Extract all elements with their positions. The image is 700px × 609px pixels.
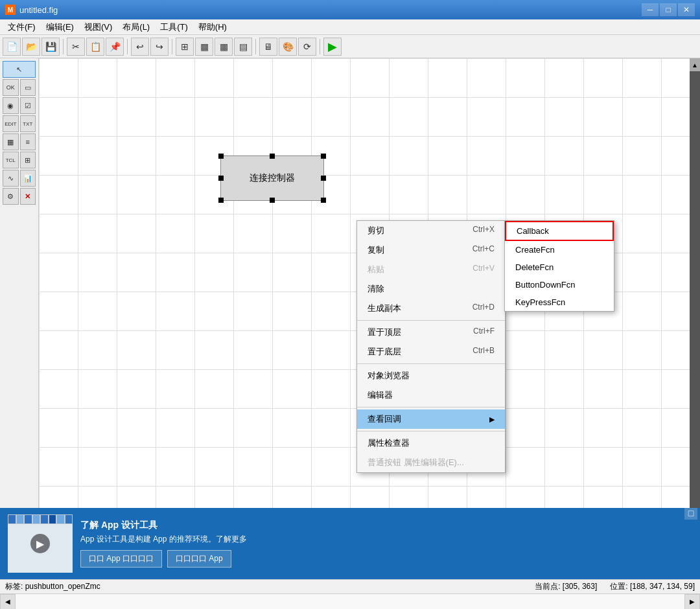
chart-tool[interactable]: 📊 bbox=[20, 170, 36, 187]
radio-tool[interactable]: ◉ bbox=[3, 97, 19, 114]
select-tool[interactable]: ↖ bbox=[3, 61, 36, 78]
ctx-editor-label: 编辑器 bbox=[368, 389, 393, 401]
submenu-callback-label: Callback bbox=[517, 226, 549, 236]
handle-bc[interactable] bbox=[270, 198, 275, 203]
scroll-up-arrow[interactable]: ▲ bbox=[690, 58, 700, 71]
open-button[interactable]: 📂 bbox=[22, 38, 40, 56]
refresh-button[interactable]: ⟳ bbox=[298, 38, 316, 56]
play-button[interactable]: ▶ bbox=[30, 534, 50, 553]
ctx-front-shortcut: Ctrl+F bbox=[473, 327, 495, 338]
handle-bl[interactable] bbox=[218, 198, 224, 203]
handle-mr[interactable] bbox=[321, 176, 326, 181]
ctx-property-editor: 普通按钮 属性编辑器(E)... bbox=[357, 453, 505, 472]
table-tool[interactable]: ▦ bbox=[3, 133, 19, 150]
ctx-cut[interactable]: 剪切 Ctrl+X bbox=[357, 221, 505, 240]
handle-ml[interactable] bbox=[218, 176, 224, 181]
ctx-copy[interactable]: 复制 Ctrl+C bbox=[357, 240, 505, 260]
edit-tool[interactable]: EDIT bbox=[3, 115, 19, 132]
align-button[interactable]: ⊞ bbox=[176, 38, 194, 56]
submenu-deletefcn[interactable]: DeleteFcn bbox=[505, 259, 614, 276]
screen-button[interactable]: 🖥 bbox=[259, 38, 277, 56]
button-tool[interactable]: OK bbox=[3, 79, 19, 96]
ctx-clear[interactable]: 清除 bbox=[357, 279, 505, 299]
canvas-area[interactable]: 连接控制器 剪切 Ctrl+X 复制 Ctrl+C 粘贴 Ctrl+V 清除 生… bbox=[39, 58, 690, 579]
submenu-createfcn[interactable]: CreateFcn bbox=[505, 241, 614, 259]
app-icon: M bbox=[5, 5, 16, 15]
ctx-back[interactable]: 置于底层 Ctrl+B bbox=[357, 342, 505, 362]
cut-button[interactable]: ✂ bbox=[67, 38, 85, 56]
ctx-copy-shortcut: Ctrl+C bbox=[472, 244, 495, 256]
submenu-buttondownfcn-label: ButtonDownFcn bbox=[515, 280, 576, 290]
info-buttons: 口口 App 口口口口 口口口口 App bbox=[80, 550, 247, 568]
scroll-left-arrow[interactable]: ◀ bbox=[0, 594, 16, 610]
menu-edit[interactable]: 编辑(E) bbox=[41, 20, 79, 34]
menu-file[interactable]: 文件(F) bbox=[3, 20, 41, 34]
submenu-keypressfcn[interactable]: KeyPressFcn bbox=[505, 293, 614, 311]
rect-tool[interactable]: ▭ bbox=[20, 79, 36, 96]
bottom-scroll-track[interactable] bbox=[16, 594, 684, 609]
tool-row-5: ▦ ≡ bbox=[3, 133, 36, 150]
ctx-sep-4 bbox=[357, 431, 505, 431]
ctx-property-editor-label: 普通按钮 属性编辑器(E)... bbox=[368, 457, 464, 468]
delete-tool[interactable]: ✕ bbox=[20, 188, 36, 205]
ctx-property-inspector-label: 属性检查器 bbox=[368, 437, 410, 449]
ctx-duplicate[interactable]: 生成副本 Ctrl+D bbox=[357, 299, 505, 318]
ctx-property-inspector[interactable]: 属性检查器 bbox=[357, 433, 505, 453]
bottom-scrollbar[interactable]: ◀ ▶ bbox=[0, 593, 700, 609]
status-tag: 标签: pushbutton_openZmc bbox=[5, 581, 100, 592]
text-tool[interactable]: TXT bbox=[20, 115, 36, 132]
ctx-sep-1 bbox=[357, 320, 505, 321]
tool-row-7: ∿ 📊 bbox=[3, 170, 36, 187]
handle-tl[interactable] bbox=[218, 154, 224, 159]
menu-help[interactable]: 帮助(H) bbox=[193, 20, 232, 34]
undo-button[interactable]: ↩ bbox=[131, 38, 149, 56]
submenu: Callback CreateFcn DeleteFcn ButtonDownF… bbox=[504, 220, 614, 312]
check-tool[interactable]: ☑ bbox=[20, 97, 36, 114]
info-text: 了解 App 设计工具 App 设计工具是构建 App 的推荐环境。了解更多 口… bbox=[80, 520, 247, 568]
ctx-cut-label: 剪切 bbox=[368, 225, 384, 236]
handle-br[interactable] bbox=[321, 198, 326, 203]
handle-tc[interactable] bbox=[270, 154, 275, 159]
redo-button[interactable]: ↪ bbox=[150, 38, 169, 56]
menu-layout[interactable]: 布局(L) bbox=[117, 20, 155, 34]
handle-tr[interactable] bbox=[321, 154, 326, 159]
grid2-button[interactable]: ▦ bbox=[215, 38, 233, 56]
ctx-editor[interactable]: 编辑器 bbox=[357, 385, 505, 405]
scroll-track-right[interactable] bbox=[690, 71, 700, 566]
submenu-callback[interactable]: Callback bbox=[505, 221, 614, 241]
frame-tool[interactable]: ⊞ bbox=[20, 152, 36, 168]
paste-button[interactable]: 📌 bbox=[106, 38, 124, 56]
info-close-button[interactable]: □ bbox=[684, 508, 697, 520]
menu-tools[interactable]: 工具(T) bbox=[155, 20, 193, 34]
ctx-object-browser-label: 对象浏览器 bbox=[368, 370, 410, 382]
curve-tool[interactable]: ∿ bbox=[3, 170, 19, 187]
minimize-button[interactable]: ─ bbox=[642, 3, 659, 16]
right-scrollbar[interactable]: ▲ ▼ bbox=[690, 58, 700, 579]
new-button[interactable]: 📄 bbox=[3, 38, 21, 56]
toolbar: 📄 📂 💾 ✂ 📋 📌 ↩ ↪ ⊞ ▦ ▦ ▤ 🖥 🎨 ⟳ ▶ bbox=[0, 35, 700, 58]
run-button[interactable]: ▶ bbox=[323, 38, 342, 56]
grid1-button[interactable]: ▦ bbox=[195, 38, 213, 56]
canvas-component[interactable]: 连接控制器 bbox=[220, 155, 324, 201]
status-bar: 标签: pushbutton_openZmc 当前点: [305, 363] 位… bbox=[0, 579, 700, 593]
info-btn-2[interactable]: 口口口口 App bbox=[167, 550, 231, 568]
tcl-tool[interactable]: TCL bbox=[3, 152, 19, 168]
maximize-button[interactable]: □ bbox=[660, 3, 677, 16]
props-button[interactable]: ▤ bbox=[234, 38, 252, 56]
menu-view[interactable]: 视图(V) bbox=[79, 20, 117, 34]
ctx-front[interactable]: 置于顶层 Ctrl+F bbox=[357, 323, 505, 342]
save-button[interactable]: 💾 bbox=[41, 38, 60, 56]
scroll-right-arrow[interactable]: ▶ bbox=[684, 594, 700, 610]
tool-row-1: ↖ bbox=[3, 61, 36, 78]
close-button[interactable]: ✕ bbox=[678, 3, 695, 16]
info-btn-1[interactable]: 口口 App 口口口口 bbox=[80, 550, 162, 568]
info-title: 了解 App 设计工具 bbox=[80, 520, 247, 531]
copy-button[interactable]: 📋 bbox=[86, 38, 104, 56]
ctx-callbacks[interactable]: 查看回调 ▶ bbox=[357, 409, 505, 429]
list-tool[interactable]: ≡ bbox=[20, 133, 36, 150]
color-button[interactable]: 🎨 bbox=[279, 38, 297, 56]
submenu-buttondownfcn[interactable]: ButtonDownFcn bbox=[505, 276, 614, 293]
ctx-object-browser[interactable]: 对象浏览器 bbox=[357, 366, 505, 385]
submenu-deletefcn-label: DeleteFcn bbox=[515, 262, 554, 272]
gear-tool[interactable]: ⚙ bbox=[3, 188, 19, 205]
